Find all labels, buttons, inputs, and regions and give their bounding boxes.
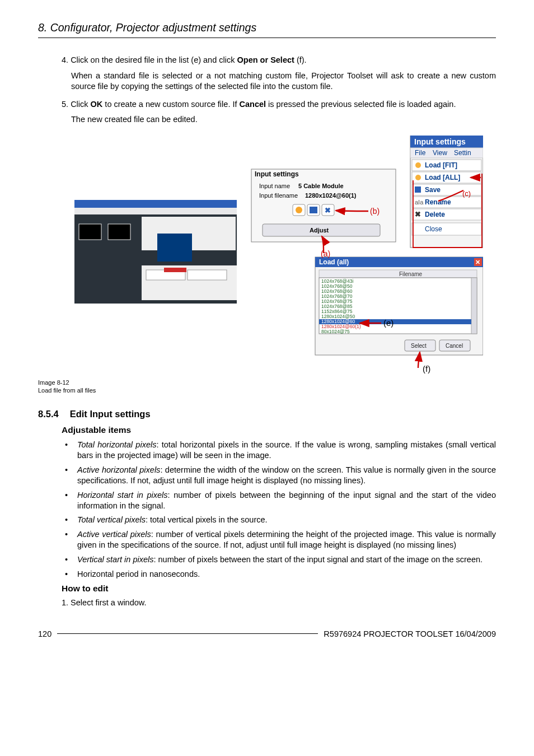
step-4: 4. Click on the desired file in the list…	[62, 55, 496, 92]
footer-rule	[57, 633, 318, 634]
caption-id: Image 8-12	[38, 379, 69, 386]
step-5: 5. Click OK to create a new custom sourc…	[62, 99, 496, 125]
input-settings-title: Input settings	[255, 170, 299, 178]
panel-box-2	[188, 270, 227, 280]
figure-caption: Image 8-12 Load file from all files	[38, 379, 496, 395]
step-bold: OK	[91, 100, 103, 109]
step-number: 5.	[62, 100, 68, 109]
svg-point-1	[415, 162, 421, 168]
annotation-a: (a)	[321, 249, 330, 258]
list-item: Total horizontal pixels: total horizonta…	[62, 440, 496, 461]
settings-title: Input settings	[414, 137, 466, 146]
figure-8-12: Input settings File View Settin Load [FI…	[62, 136, 496, 395]
input-file-label: Input filename	[259, 192, 298, 199]
thumb-2	[108, 224, 130, 240]
adjustable-items-list: Total horizontal pixels: total horizonta…	[62, 440, 496, 579]
rest: Horizontal period in nanoseconds.	[77, 570, 200, 578]
list-item: Horizontal period in nanoseconds.	[62, 569, 496, 580]
step-mid: to create a new custom source file. If	[102, 100, 239, 109]
term: Total vertical pixels	[77, 515, 146, 524]
list-item: Vertical start in pixels: number of pixe…	[62, 554, 496, 565]
menu-settings[interactable]: Settin	[454, 149, 471, 157]
svg-text:Delete: Delete	[425, 211, 445, 218]
chapter-title: 8. Configurator, Projector adjustment se…	[38, 21, 496, 34]
svg-text:Rename: Rename	[425, 198, 451, 206]
step-bold-2: Cancel	[240, 100, 266, 109]
figure-svg: Input settings File View Settin Load [FI…	[74, 136, 483, 376]
step-subtext: When a standard file is selected or a no…	[71, 71, 496, 92]
action-close[interactable]: Close	[412, 223, 481, 235]
svg-rect-12	[412, 209, 481, 220]
select-label: Select	[411, 343, 427, 349]
disk-icon	[310, 207, 317, 213]
how-step-1: 1. Select first a window.	[62, 598, 496, 607]
menu-view[interactable]: View	[433, 149, 447, 157]
svg-text:Close: Close	[425, 225, 442, 233]
section-title: Edit Input settings	[70, 409, 151, 419]
annotation-b: (b)	[370, 207, 380, 216]
term: Horizontal start in pixels	[77, 491, 168, 500]
step-text: Click	[71, 100, 90, 109]
svg-text:✖: ✖	[415, 210, 421, 218]
scrollbar[interactable]	[471, 278, 477, 334]
adjustable-items-heading: Adjustable items	[62, 425, 496, 435]
input-name-label: Input name	[259, 183, 290, 189]
app-titlebar	[74, 200, 237, 208]
step-number: 4.	[62, 55, 68, 64]
svg-text:✕: ✕	[475, 259, 480, 265]
annotation-c: (c)	[462, 189, 471, 198]
menu-file[interactable]: File	[415, 149, 426, 157]
svg-rect-7	[415, 186, 421, 193]
svg-text:Save: Save	[425, 186, 441, 194]
svg-point-4	[415, 175, 421, 180]
svg-text:aIa: aIa	[415, 199, 424, 206]
section-number: 8.5.4	[38, 409, 59, 419]
folder-icon	[296, 207, 302, 213]
svg-text:Load [ALL]: Load [ALL]	[425, 174, 460, 181]
input-file-value: 1280x1024@60(1)	[305, 192, 357, 199]
list-item: Active vertical pixels: number of vertic…	[62, 529, 496, 550]
section-heading: 8.5.4 Edit Input settings	[38, 409, 496, 419]
x-icon: ✖	[325, 206, 331, 214]
arrow-b	[336, 211, 368, 211]
action-delete[interactable]: ✖ Delete	[412, 209, 481, 220]
action-load-fit[interactable]: Load [FIT]	[412, 160, 481, 171]
list-item: Active horizontal pixels: determine the …	[62, 465, 496, 486]
step-bold: Open or Select	[237, 55, 294, 64]
thumb-1	[79, 224, 101, 240]
list-item-selected: 1280x1024@60	[321, 319, 355, 324]
caption-text: Load file from all files	[38, 387, 96, 394]
input-name-value: 5 Cable Module	[298, 183, 344, 189]
step-post: (f).	[294, 55, 307, 64]
page-footer: 120 R5976924 PROJECTOR TOOLSET 16/04/200…	[38, 629, 496, 638]
rest: : number of pixels between the start of …	[153, 555, 483, 564]
app-toolbar	[74, 208, 237, 214]
instruction-steps: 4. Click on the desired file in the list…	[62, 55, 496, 125]
svg-rect-6	[412, 184, 481, 195]
step-post: is pressed the previous selected file is…	[266, 100, 456, 109]
term: Total horizontal pixels	[77, 440, 156, 449]
list-item: Total vertical pixels: total vertical pi…	[62, 515, 496, 525]
step-subtext: The new created file can be edited.	[71, 114, 496, 125]
term: Vertical start in pixels	[77, 555, 153, 564]
term: Active horizontal pixels	[77, 465, 160, 474]
list-item: 80x1024@75	[321, 329, 350, 334]
how-to-edit-heading: How to edit	[62, 584, 496, 594]
annotation-e: (e)	[383, 318, 394, 328]
col-filename: Filename	[399, 271, 423, 277]
header-rule	[38, 38, 496, 38]
cancel-label: Cancel	[446, 343, 463, 349]
action-save[interactable]: Save	[412, 184, 481, 195]
svg-text:Load [FIT]: Load [FIT]	[425, 161, 457, 169]
load-dialog-title: Load (all)	[319, 258, 349, 266]
col-header	[319, 270, 477, 278]
annotation-f: (f)	[423, 364, 430, 374]
preview-rect	[157, 234, 192, 262]
red-tab	[164, 268, 186, 272]
term: Active vertical pixels	[77, 530, 151, 539]
svg-rect-15	[412, 223, 481, 235]
list-item: Horizontal start in pixels: number of pi…	[62, 490, 496, 511]
page-number: 120	[38, 629, 51, 638]
step-text: Click on the desired file in the list (e…	[71, 55, 237, 64]
adjust-label: Adjust	[310, 227, 329, 234]
